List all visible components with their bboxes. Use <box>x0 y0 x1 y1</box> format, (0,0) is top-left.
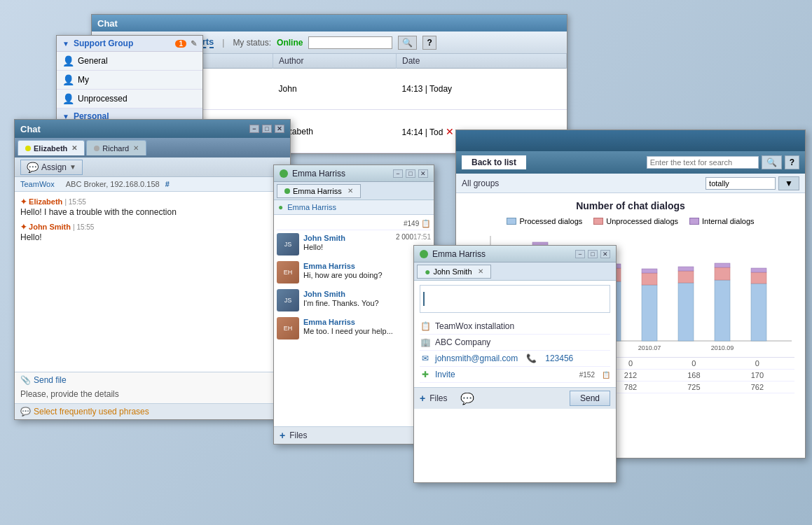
tab-label: Elizabeth <box>34 144 67 153</box>
tab-label: Richard <box>102 144 129 153</box>
document-icon: 📋 <box>420 321 431 332</box>
emma1-message: JS John Smith I'm fine. Thanks. You? <box>277 289 431 312</box>
emma-sender-label: Emma Harriss <box>303 262 355 270</box>
john-msg-text2: I'm fine. Thanks. You? <box>303 299 431 307</box>
filter-input[interactable] <box>706 177 776 190</box>
legend-unprocessed: Unprocessed dialogs <box>593 217 678 225</box>
status-label: My status: <box>233 38 271 48</box>
john-msg-body: John Smith 17:51 2 000 Hello! <box>303 233 431 255</box>
contact-sep: 📞 <box>526 354 537 363</box>
tab-close-icon[interactable]: ✕ <box>133 144 139 152</box>
john-sender-label2: John Smith <box>303 290 345 298</box>
sidebar-item-label: My <box>78 75 89 85</box>
legend-color-unprocessed <box>593 218 603 225</box>
row-phone-link[interactable]: 123456 <box>545 354 573 363</box>
tab-close-icon[interactable]: ✕ <box>71 144 77 152</box>
john-msg-text: Hello! <box>303 243 431 251</box>
emma1-contact-bar: ● Emma Harriss <box>274 200 434 215</box>
status-value: Online <box>277 38 303 48</box>
tab-richard[interactable]: Richard ✕ <box>86 140 146 155</box>
emma2-files-plus-icon[interactable]: + <box>420 393 425 404</box>
emma2-tab-close-icon[interactable]: ✕ <box>478 267 483 275</box>
reports-help-button[interactable]: ? <box>785 155 799 169</box>
svg-rect-25 <box>751 268 766 272</box>
emma2-tabs-bar: ● John Smith ✕ <box>414 262 616 281</box>
sidebar-item-my[interactable]: 👤 My <box>57 71 202 90</box>
row-task-label: TeamWox installation <box>435 321 610 331</box>
reports-search-input[interactable] <box>647 156 759 169</box>
data-cell: 725 <box>662 383 725 391</box>
emma1-tab-emma[interactable]: Emma Harriss ✕ <box>277 184 361 198</box>
assign-button[interactable]: 💬 Assign ▼ <box>20 160 83 175</box>
john-avatar2: JS <box>277 289 299 312</box>
emma2-files-label: Files <box>429 393 447 403</box>
edit-icon[interactable]: ✎ <box>191 39 197 48</box>
emma2-info-row-company: 🏢 ABC Company <box>420 335 610 351</box>
user-hash: # <box>165 180 170 188</box>
message-text: Hello! <box>20 232 284 242</box>
emma2-maximize-button[interactable]: □ <box>588 250 598 258</box>
note-icon2: 📋 <box>602 371 610 379</box>
chat-search-input[interactable] <box>308 36 392 49</box>
emma1-close-button[interactable]: ✕ <box>418 169 428 178</box>
message-header: ✦ Elizabeth | 15:55 <box>20 197 284 206</box>
sidebar-group-header-support: ▼ Support Group 1 ✎ <box>57 36 202 52</box>
minimize-button[interactable]: − <box>249 125 259 133</box>
note-icon: 📋 <box>421 219 431 227</box>
reports-search-button[interactable]: 🔍 <box>762 155 782 169</box>
close-button[interactable]: ✕ <box>275 125 284 133</box>
chat-list-title: Chat <box>97 18 118 29</box>
emma1-title: Emma Harriss <box>292 169 345 178</box>
row-email-link[interactable]: johnsmith@gmail.com <box>435 354 518 363</box>
emma2-info-row-invite: ✚ Invite #152 📋 <box>420 367 610 383</box>
svg-rect-15 <box>642 273 657 285</box>
reports-toolbar: Back to list 🔍 ? <box>456 151 805 174</box>
sidebar-item-unprocessed[interactable]: 👤 Unprocessed <box>57 90 202 108</box>
filter-dropdown-button[interactable]: ▼ <box>778 176 799 190</box>
row-invite-label[interactable]: Invite <box>435 370 575 379</box>
emma1-tabs-bar: Emma Harriss ✕ <box>274 182 434 200</box>
chat-list-titlebar: Chat <box>92 15 567 31</box>
support-group-label: Support Group <box>74 38 172 48</box>
emma1-minimize-button[interactable]: − <box>393 169 403 178</box>
legend-color-processed <box>507 218 516 225</box>
tab-elizabeth[interactable]: Elizabeth ✕ <box>18 140 85 155</box>
emma2-tab-john[interactable]: ● John Smith ✕ <box>417 265 491 279</box>
user-company: TeamWox <box>20 180 55 188</box>
main-chat-title: Chat <box>20 124 41 134</box>
collapse-icon[interactable]: ▼ <box>62 40 69 48</box>
reports-search-area: 🔍 ? <box>647 155 799 169</box>
message-sender: ✦ Elizabeth <box>20 197 62 206</box>
emma1-tab-label: Emma Harriss <box>293 187 342 195</box>
emma1-tab-close-icon[interactable]: ✕ <box>347 187 353 195</box>
emma2-minimize-button[interactable]: − <box>575 250 585 258</box>
sidebar-item-general[interactable]: 👤 General <box>57 52 202 71</box>
message-text: Hello! I have a trouble with the connect… <box>20 207 284 217</box>
emma2-message-input[interactable] <box>420 285 610 313</box>
back-to-list-button[interactable]: Back to list <box>462 155 526 169</box>
svg-rect-17 <box>678 283 694 341</box>
emma1-controls: − □ ✕ <box>393 169 428 178</box>
emma1-titlebar: Emma Harriss − □ ✕ <box>274 165 434 182</box>
maximize-button[interactable]: □ <box>262 125 272 133</box>
chat-user-info: TeamWox ABC Broker, 192.168.0.158 # <box>15 177 290 192</box>
reports-filter: ▼ <box>706 176 799 190</box>
emma2-chat-icon[interactable]: 💬 <box>460 392 474 405</box>
emma1-files-bar: + Files <box>274 426 434 444</box>
legend-internal: Internal dialogs <box>689 217 755 225</box>
emma2-titlebar: Emma Harriss − □ ✕ <box>414 246 616 262</box>
files-plus-icon[interactable]: + <box>280 430 285 441</box>
assign-label: Assign <box>41 162 67 172</box>
reports-subbar: All groups ▼ <box>456 174 805 193</box>
emma2-send-button[interactable]: Send <box>570 391 610 406</box>
emma1-maximize-button[interactable]: □ <box>406 169 415 178</box>
message-time: | 15:55 <box>64 198 85 206</box>
search-button[interactable]: 🔍 <box>398 36 417 50</box>
main-chat-titlebar: Chat − □ ✕ <box>15 120 290 138</box>
phrases-link[interactable]: 💬 Select frequently used phrases <box>20 407 149 416</box>
send-file-link[interactable]: 📎 Send file <box>20 375 284 385</box>
emma2-close-button[interactable]: ✕ <box>600 250 610 258</box>
delete-button[interactable]: ✕ <box>446 126 454 137</box>
help-button[interactable]: ? <box>422 36 436 50</box>
row-author: Elizabeth <box>273 110 397 153</box>
